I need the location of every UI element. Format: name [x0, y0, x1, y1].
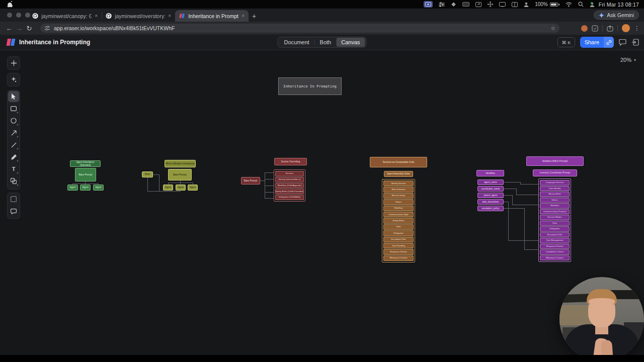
stack-row[interactable]: Memory & Context: [383, 255, 414, 261]
stack-row[interactable]: Identity (Inherited As-Is): [275, 177, 304, 183]
screen-record-icon[interactable]: [424, 1, 433, 8]
bookmark-star-icon[interactable]: ☆: [550, 25, 555, 32]
reload-button[interactable]: ↻: [24, 25, 34, 32]
wifi-icon[interactable]: [566, 1, 572, 8]
stack-row[interactable]: Safety Rules (Child Overrides): [275, 189, 304, 194]
stack-row[interactable]: Language Directive: [540, 180, 570, 186]
select-tool[interactable]: [8, 91, 19, 102]
arrow-tool[interactable]: [8, 127, 20, 139]
add-shape-button[interactable]: [8, 57, 20, 69]
fast-user-switch-icon[interactable]: [590, 1, 593, 8]
keyboard-icon[interactable]: [462, 1, 469, 8]
browser-tab-overstory[interactable]: jayminwest/overstory: Multi- ×: [102, 10, 175, 22]
rectangle-tool[interactable]: [8, 103, 20, 115]
stack-row[interactable]: Response Format: [383, 249, 414, 254]
diagram-node-mixin-inheritance[interactable]: Base Prompt: [168, 169, 192, 180]
pen-tool[interactable]: [8, 151, 20, 163]
browser-tab-eraser-active[interactable]: Inheritance in Prompting — E ×: [175, 10, 249, 22]
new-tab-button[interactable]: +: [249, 10, 260, 22]
stack-row[interactable]: Values: [540, 198, 570, 203]
apple-menu-icon[interactable]: [7, 1, 13, 8]
diagram-node-variables-within-prompts[interactable]: Variables Within Prompts: [526, 156, 584, 166]
diagram-node-variables-within-prompts[interactable]: Variables: [476, 170, 504, 176]
diagram-node-mixin-inheritance[interactable]: Mixin: [142, 171, 153, 177]
diagram-stack-composable-sections[interactable]: Identity SectionRole DefinitionMission S…: [382, 179, 415, 262]
stack-row[interactable]: Communication Style: [383, 212, 414, 217]
stack-row[interactable]: Safety Rules: [383, 218, 414, 223]
ai-sparkle-button[interactable]: [8, 73, 20, 85]
display-icon[interactable]: [499, 1, 506, 8]
diagram-node-variables-within-prompts[interactable]: Inventory Coordinator Prompt: [533, 169, 577, 176]
diagram-node-variables-within-prompts[interactable]: escalation_policy: [477, 206, 504, 211]
diagram-node-variables-within-prompts[interactable]: agent_name: [477, 179, 504, 185]
diagram-node-variables-within-prompts[interactable]: task_description: [477, 199, 504, 205]
stack-row[interactable]: Mission Brief: [540, 192, 570, 197]
diagram-node-mixin-inheritance[interactable]: Mixins (Multiple Inheritance): [165, 160, 196, 167]
window-controls[interactable]: [7, 13, 30, 18]
diagram-node-single-inheritance[interactable]: Agent: [93, 185, 104, 191]
share-link-icon[interactable]: [604, 37, 614, 48]
stack-row[interactable]: Mission Scope: [383, 193, 414, 199]
diagram-node-section-overriding[interactable]: Base Prompt: [241, 177, 260, 185]
back-button[interactable]: ←: [4, 25, 14, 32]
menu-bar-clock[interactable]: Fri Mar 13 08:17: [599, 2, 639, 8]
move-icon[interactable]: [488, 1, 493, 8]
diagram-node-variables-within-prompts[interactable]: parent_agent: [477, 193, 504, 198]
diagram-node-composable-sections[interactable]: Sections as Composable Units: [370, 157, 427, 167]
stack-row[interactable]: Delegation (Child Adds): [275, 195, 304, 200]
eraser-logo[interactable]: [6, 39, 16, 46]
diagram-node-single-inheritance[interactable]: Agent Inheritance (Standard): [70, 160, 101, 167]
extension-icon-2[interactable]: [592, 25, 598, 32]
extension-icon-1[interactable]: [581, 25, 588, 32]
zoom-control[interactable]: 20% ▾: [620, 57, 636, 63]
shapes-library-tool[interactable]: [8, 175, 20, 187]
stack-row[interactable]: Task Handling: [383, 243, 414, 248]
stack-row[interactable]: Memory & Context: [540, 255, 570, 261]
address-bar[interactable]: app.eraser.io/workspace/uBNx4IBk51tEvVUT…: [40, 24, 559, 33]
spotlight-icon[interactable]: [578, 1, 584, 8]
diagram-node-single-inheritance[interactable]: Agent: [67, 185, 78, 191]
stack-row[interactable]: Identity Section: [383, 180, 414, 186]
user-icon[interactable]: [524, 1, 529, 8]
window-tile-icon[interactable]: [512, 1, 518, 8]
battery-indicator[interactable]: 100%: [535, 2, 559, 7]
diagram-node-composable-sections[interactable]: Agent Assembly Order: [384, 171, 413, 177]
sliders-icon[interactable]: [439, 1, 445, 8]
stack-row[interactable]: Task Management: [540, 238, 570, 243]
open-panel-icon[interactable]: [631, 39, 639, 46]
site-settings-icon[interactable]: [44, 25, 50, 31]
tab-close-icon[interactable]: ×: [95, 13, 98, 19]
line-tool[interactable]: [8, 139, 20, 151]
comment-tool[interactable]: [8, 205, 20, 217]
stack-row[interactable]: Escalation Path: [540, 232, 570, 238]
stack-row[interactable]: Delegation: [540, 226, 570, 232]
tab-close-icon[interactable]: ×: [242, 13, 245, 19]
stack-row[interactable]: Workflow (Child Appends): [275, 183, 304, 189]
stack-row[interactable]: Session Modes: [540, 215, 570, 220]
diagram-stack-section-overriding[interactable]: SectionsIdentity (Inherited As-Is)Workfl…: [274, 169, 305, 202]
stack-row[interactable]: Values: [383, 199, 414, 205]
command-k-button[interactable]: ⌘ K: [557, 37, 575, 47]
view-tab-both[interactable]: Both: [315, 38, 337, 47]
view-tab-canvas[interactable]: Canvas: [336, 38, 365, 47]
stack-row[interactable]: Completion Criteria: [540, 249, 570, 255]
ask-gemini-button[interactable]: Ask Gemini: [594, 11, 639, 20]
browser-tab-canopy[interactable]: jayminwest/canopy: Git-nati ×: [28, 10, 102, 22]
extension-icon-3[interactable]: [607, 25, 613, 32]
stack-row[interactable]: Core Identity: [540, 186, 570, 192]
comments-icon[interactable]: [619, 39, 626, 46]
stack-row[interactable]: Delegation: [383, 230, 414, 236]
diagram-node-section-overriding[interactable]: Section Overriding: [274, 158, 307, 165]
window-share-icon[interactable]: [475, 1, 481, 8]
stack-row[interactable]: Sections: [275, 171, 304, 176]
diagram-node-single-inheritance[interactable]: Agent: [80, 185, 91, 191]
diagram-stack-variables-within-prompts[interactable]: Language DirectiveCore IdentityMission B…: [538, 178, 571, 262]
stack-row[interactable]: Communication Protocol: [540, 209, 570, 215]
forward-button[interactable]: →: [14, 25, 24, 32]
share-button[interactable]: Share: [580, 37, 614, 48]
diagram-node-variables-within-prompts[interactable]: coordinator_name: [477, 186, 504, 192]
stack-row[interactable]: Response Format: [540, 244, 570, 249]
ellipse-tool[interactable]: [8, 115, 20, 127]
stack-row[interactable]: Role Definition: [383, 187, 414, 192]
diagram-node-mixin-inheritance[interactable]: Agent: [163, 185, 173, 191]
